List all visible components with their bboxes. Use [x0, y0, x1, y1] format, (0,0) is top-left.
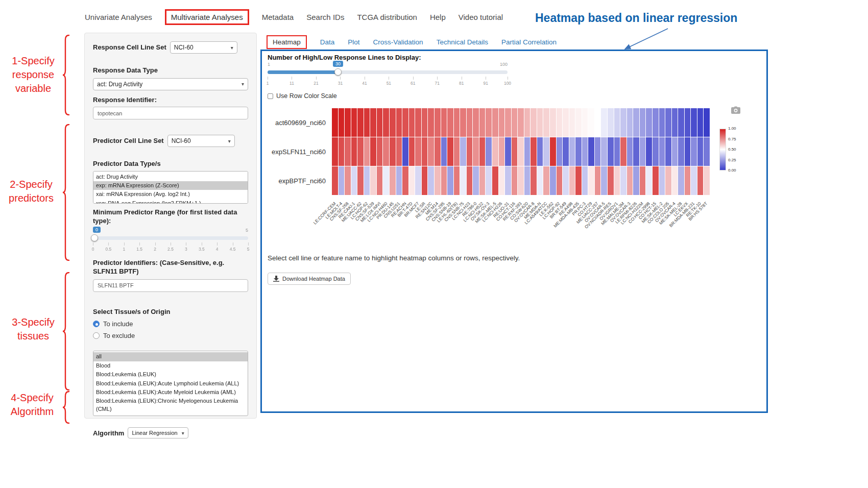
heatmap-cell [537, 108, 543, 137]
predictor-identifiers-input[interactable] [93, 279, 248, 292]
annotation-bracket-1 [62, 35, 70, 115]
predictor-data-type-option[interactable]: xsq: RNA-seq Expression (log2 FPKM+1.) [93, 199, 248, 204]
heatmap-cell [569, 108, 575, 137]
slider-grid-label: 1.5 [136, 247, 142, 252]
nav-item-search-ids[interactable]: Search IDs [306, 13, 344, 21]
heatmap-cell [505, 166, 511, 195]
heatmap-cell [332, 166, 338, 195]
slider-handle[interactable] [334, 68, 342, 76]
slider-grid-label: 100 [504, 81, 511, 86]
heatmap-cell [608, 108, 614, 137]
heatmap-cell [550, 137, 556, 166]
algorithm-select[interactable]: Linear Regression ▾ [128, 427, 188, 438]
nav-item-multivariate-analyses[interactable]: Multivariate Analyses [165, 9, 249, 25]
heatmap-cell [524, 137, 531, 166]
heatmap-cell [518, 166, 524, 195]
nav-item-tcga-distribution[interactable]: TCGA distribution [357, 13, 417, 21]
response-data-type-select[interactable]: act: Drug Activity ▾ [93, 78, 248, 90]
tab-heatmap[interactable]: Heatmap [267, 35, 307, 49]
tab-plot[interactable]: Plot [348, 38, 359, 46]
tab-partial-correlation[interactable]: Partial Correlation [501, 38, 557, 46]
slider-track[interactable] [268, 70, 508, 74]
heatmap-legend-bar [719, 129, 726, 170]
tab-technical-details[interactable]: Technical Details [437, 38, 488, 46]
heatmap-cell [608, 166, 614, 195]
heatmap-cell [678, 137, 684, 166]
tissue-option[interactable]: Blood:Leukemia (LEUK):Acute Myeloid Leuk… [93, 388, 248, 397]
tab-data[interactable]: Data [320, 38, 335, 46]
heatmap-cell [588, 137, 594, 166]
response-cell-line-set-select[interactable]: NCI-60 ▾ [170, 41, 237, 54]
slider-grid-tick [365, 77, 365, 80]
heatmap-cell [422, 108, 428, 137]
tissue-option[interactable]: all [93, 352, 248, 361]
nav-item-video-tutorial[interactable]: Video tutorial [459, 13, 503, 21]
heatmap-cell [454, 108, 460, 137]
heatmap-cell [691, 137, 697, 166]
camera-icon[interactable] [731, 106, 741, 116]
heatmap-cell [460, 137, 466, 166]
slider-grid-label: 4.5 [230, 247, 236, 252]
predictor-data-type-option[interactable]: act: Drug Activity [93, 173, 248, 181]
tissue-origin-label: Select Tissue/s of Origin [93, 307, 248, 316]
heatmap-cell [531, 166, 537, 195]
heatmap-cell [370, 137, 376, 166]
slider-grid-label: 3 [185, 247, 187, 252]
heatmap-cell [351, 166, 357, 195]
response-identifier-input[interactable] [93, 107, 248, 119]
annotation-title: Heatmap based on linear regression [535, 11, 737, 25]
response-data-type-value: act: Drug Activity [97, 81, 142, 88]
slider-grid-tick [248, 242, 249, 246]
slider-grid-label: 31 [338, 81, 343, 86]
tissue-option[interactable]: Blood:Leukemia (LEUK):Acute Lymphoid Leu… [93, 379, 248, 388]
nav-item-metadata[interactable]: Metadata [262, 13, 294, 21]
heatmap-panel: Number of High/Low Response Lines to Dis… [260, 50, 768, 413]
slider-grid-tick [171, 242, 171, 246]
heatmap-cell [377, 137, 383, 166]
heatmap-row-label[interactable]: expSLFN11_nci60 [262, 137, 330, 166]
heatmap-cell [518, 137, 524, 166]
predictor-data-type-option[interactable]: exp: mRNA Expression (Z-Score) [93, 181, 248, 190]
heatmap-cell [640, 108, 646, 137]
predictor-data-type-list: act: Drug Activityexp: mRNA Expression (… [93, 171, 248, 204]
slider-track[interactable] [93, 236, 248, 240]
tissue-option[interactable]: Blood:Leukemia (LEUK):Chronic Myelogenou… [93, 397, 248, 413]
predictor-cell-line-set-select[interactable]: NCI-60 ▾ [167, 135, 235, 147]
nav-item-univariate-analyses[interactable]: Univariate Analyses [85, 13, 152, 21]
download-heatmap-button[interactable]: Download Heatmap Data [268, 273, 351, 285]
heatmap-cell [454, 137, 460, 166]
tissue-include-radio[interactable]: To include [93, 320, 248, 328]
heatmap-cell [543, 108, 549, 137]
row-color-scale-row: Use Row Color Scale [268, 92, 337, 100]
heatmap-cell [697, 166, 704, 195]
heatmap-cell [377, 108, 383, 137]
row-color-scale-checkbox[interactable] [268, 93, 273, 99]
heatmap-cell [486, 137, 492, 166]
tab-cross-validation[interactable]: Cross-Validation [373, 38, 423, 46]
heatmap-cell [364, 166, 370, 195]
heatmap-row-label[interactable]: expBPTF_nci60 [262, 166, 330, 196]
heatmap-cell [620, 108, 626, 137]
heatmap-cell [550, 108, 556, 137]
heatmap-cell [537, 137, 543, 166]
heatmap-row-label[interactable]: act609699_nci60 [262, 108, 330, 137]
heatmap-cell [499, 137, 505, 166]
heatmap-cell [332, 137, 338, 166]
heatmap-cell [402, 166, 408, 195]
heatmap-cell [332, 108, 338, 137]
heatmap-cell [614, 108, 620, 137]
tissue-option[interactable]: Blood:Leukemia (LEUK) [93, 370, 248, 379]
min-predictor-range-slider[interactable]: 0 5 00.511.522.533.544.55 [93, 228, 248, 254]
slider-grid-tick [233, 242, 233, 246]
heatmap-cell [467, 108, 473, 137]
tissue-option[interactable]: Blood [93, 361, 248, 370]
annotation-bracket-2 [62, 124, 70, 261]
tissue-exclude-radio[interactable]: To exclude [93, 332, 248, 339]
download-button-label: Download Heatmap Data [282, 276, 345, 282]
heatmap-cell [557, 108, 563, 137]
predictor-data-type-option[interactable]: xai: mRNA Expression (Avg. log2 Int.) [93, 190, 248, 199]
slider-handle[interactable] [91, 234, 98, 241]
nav-item-help[interactable]: Help [430, 13, 446, 21]
heatmap-cell [582, 137, 588, 166]
lines-slider[interactable]: 1 100 30 1112131415161718191100 [268, 62, 508, 88]
